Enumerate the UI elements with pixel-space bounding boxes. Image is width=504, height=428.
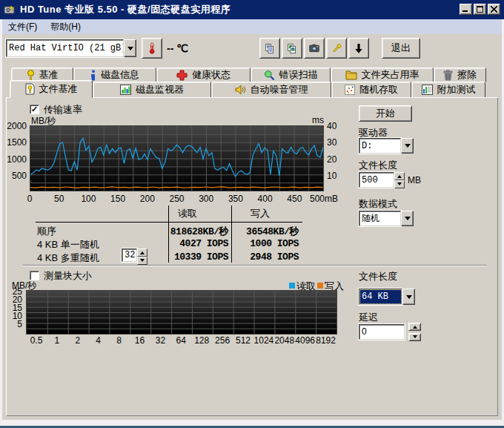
tab-random-access[interactable]: 随机存取 bbox=[331, 82, 411, 98]
menu-file[interactable]: 文件(F) bbox=[8, 21, 37, 33]
y-axis-right-tick: 30 bbox=[327, 137, 336, 148]
tab-folder-usage[interactable]: 文件夹占用率 bbox=[331, 68, 434, 82]
block-x-axis-tick: 1 bbox=[55, 335, 60, 346]
file-length-label: 文件长度 bbox=[359, 159, 397, 172]
minimize-button[interactable] bbox=[460, 4, 472, 15]
copy-image-icon bbox=[287, 42, 297, 55]
drive-dropdown-value: D: bbox=[359, 138, 401, 154]
table-read-value: 818628KB/秒 bbox=[169, 225, 228, 238]
delay-input[interactable]: 0 bbox=[359, 324, 405, 340]
block-x-axis-tick: 16 bbox=[135, 335, 145, 346]
delay-spin-down[interactable] bbox=[408, 333, 421, 341]
transfer-rate-checkbox[interactable]: ✓ bbox=[30, 105, 39, 114]
block-x-axis-tick: 256 bbox=[215, 335, 230, 346]
drive-select[interactable]: Red Hat VirtIO (21 gB) bbox=[6, 39, 136, 57]
section-separator bbox=[22, 265, 486, 266]
tab-extra-tests[interactable]: 附加测试 bbox=[411, 82, 485, 98]
screenshot-button[interactable] bbox=[304, 38, 325, 59]
table-write-value: 2948 IOPS bbox=[237, 251, 299, 263]
disk-monitor-icon bbox=[120, 85, 131, 95]
window-frame-left bbox=[0, 19, 2, 426]
screenshot-camera-icon bbox=[309, 42, 319, 54]
chevron-down-icon[interactable] bbox=[402, 289, 415, 305]
tab-erase[interactable]: 擦除 bbox=[434, 68, 486, 82]
tab-aam[interactable]: 自动噪音管理 bbox=[211, 82, 331, 98]
table-write-value: 36548KB/秒 bbox=[237, 225, 299, 238]
spin-down-icon[interactable] bbox=[394, 180, 405, 188]
app-window: HD Tune 专业版 5.50 - 硬盘/固态硬盘实用程序 文件(F) 帮助(… bbox=[0, 0, 504, 428]
y-axis-left-tick: 1500 bbox=[3, 137, 27, 148]
data-mode-dropdown[interactable]: 随机 bbox=[359, 211, 414, 226]
extra-tests-icon bbox=[422, 85, 433, 95]
data-mode-label: 数据模式 bbox=[359, 197, 397, 211]
table-divider-2 bbox=[231, 205, 232, 263]
x-axis-tick: 400 bbox=[258, 194, 273, 204]
block-x-axis-tick: 0.5 bbox=[30, 335, 43, 346]
save-button[interactable] bbox=[348, 38, 369, 59]
temperature-button[interactable] bbox=[142, 38, 162, 59]
titlebar[interactable]: HD Tune 专业版 5.50 - 硬盘/固态硬盘实用程序 bbox=[0, 0, 504, 19]
table-read-value: 10339 IOPS bbox=[169, 251, 228, 263]
block-file-length-dropdown[interactable]: 64 KB bbox=[359, 289, 415, 305]
block-x-axis-tick: 4 bbox=[96, 335, 101, 346]
tab-disk-monitor[interactable]: 磁盘监视器 bbox=[93, 82, 211, 98]
x-axis-tick: 100 bbox=[81, 194, 96, 204]
delay-label: 延迟 bbox=[359, 311, 378, 324]
chevron-down-icon[interactable] bbox=[124, 39, 136, 57]
y-axis-left-tick: 2000 bbox=[3, 121, 27, 131]
y-axis-right-tick: 40 bbox=[327, 121, 336, 131]
copy-text-button[interactable] bbox=[259, 38, 280, 59]
y-axis-right-tick: 10 bbox=[327, 171, 336, 181]
disk-info-icon bbox=[90, 70, 96, 81]
copy-image-button[interactable] bbox=[282, 38, 302, 59]
window-frame-bottom bbox=[0, 420, 504, 426]
save-arrow-icon bbox=[354, 42, 364, 55]
benchmark-icon bbox=[27, 70, 35, 81]
chevron-down-icon[interactable] bbox=[401, 211, 414, 226]
legend-write-swatch bbox=[317, 283, 323, 289]
window-title: HD Tune 专业版 5.50 - 硬盘/固态硬盘实用程序 bbox=[20, 3, 231, 16]
close-button[interactable] bbox=[488, 4, 500, 15]
spin-down-icon[interactable] bbox=[137, 257, 147, 265]
block-file-length-value: 64 KB bbox=[359, 289, 402, 305]
file-length-stepper[interactable]: 500 bbox=[359, 172, 405, 188]
data-mode-value: 随机 bbox=[359, 211, 401, 226]
table-col-write: 写入 bbox=[251, 207, 270, 220]
y-axis-left-tick: 1000 bbox=[3, 154, 27, 165]
block-y-axis-tick: 5 bbox=[7, 319, 22, 329]
error-scan-icon bbox=[264, 70, 275, 81]
chevron-down-icon[interactable] bbox=[401, 138, 414, 154]
transfer-rate-chart bbox=[30, 125, 324, 191]
x-axis-tick: 50 bbox=[54, 194, 64, 204]
folder-usage-icon bbox=[345, 70, 357, 80]
start-button[interactable]: 开始 bbox=[359, 105, 412, 122]
menubar: 文件(F) 帮助(H) bbox=[2, 19, 502, 34]
spin-up-icon[interactable] bbox=[394, 172, 405, 180]
options-button[interactable] bbox=[326, 38, 347, 59]
exit-button[interactable]: 退出 bbox=[382, 38, 420, 59]
tab-health[interactable]: 健康状态 bbox=[156, 68, 251, 82]
maximize-button[interactable] bbox=[474, 4, 486, 15]
random-access-icon bbox=[345, 85, 355, 95]
y-axis-left-tick: 500 bbox=[3, 171, 27, 181]
tab-file-benchmark[interactable]: 文件基准 bbox=[10, 80, 93, 98]
menu-help[interactable]: 帮助(H) bbox=[50, 21, 81, 33]
block-x-axis-tick: 8 bbox=[116, 335, 122, 346]
drive-dropdown[interactable]: D: bbox=[359, 138, 414, 154]
delay-spin-up[interactable] bbox=[408, 323, 421, 331]
block-x-axis-tick: 1024 bbox=[254, 335, 274, 346]
y-axis-right-unit: ms bbox=[312, 115, 324, 125]
x-axis-tick: 250 bbox=[169, 194, 184, 204]
table-header-rule bbox=[36, 222, 302, 223]
spin-up-icon[interactable] bbox=[137, 248, 147, 257]
x-axis-tick: 0 bbox=[27, 194, 33, 204]
erase-icon bbox=[443, 70, 453, 81]
file-length-value: 500 bbox=[359, 172, 394, 188]
block-file-length-label: 文件长度 bbox=[359, 270, 397, 283]
block-size-chart bbox=[26, 290, 337, 335]
queue-depth-stepper[interactable]: 32 bbox=[122, 248, 147, 262]
x-axis-tick: 300 bbox=[199, 194, 213, 204]
app-icon bbox=[4, 4, 16, 16]
tab-error-scan[interactable]: 错误扫描 bbox=[251, 68, 331, 82]
file-length-unit: MB bbox=[408, 175, 421, 185]
